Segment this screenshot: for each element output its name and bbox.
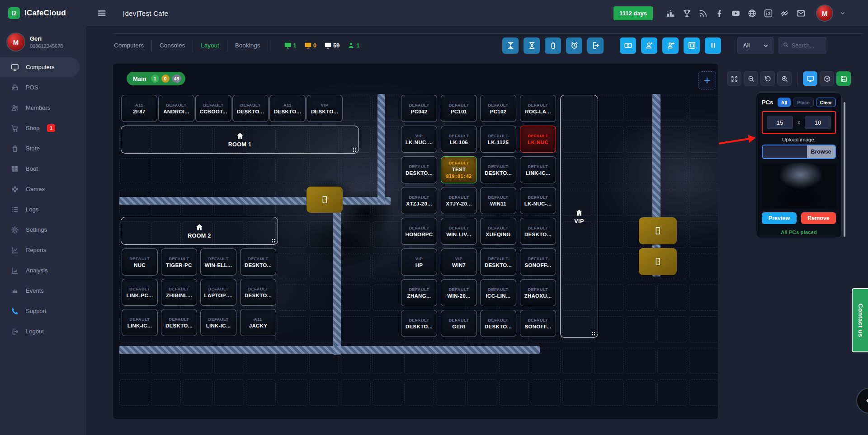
door-object[interactable] xyxy=(639,248,677,275)
cash-button[interactable] xyxy=(620,37,636,54)
computer-tile[interactable]: DEFAULTDESKTO... xyxy=(232,95,269,122)
computer-tile[interactable]: DEFAULTDESKTO... xyxy=(480,248,516,276)
zoom-out-button[interactable] xyxy=(744,71,758,86)
globe-icon[interactable] xyxy=(747,9,757,18)
computer-tile[interactable]: DEFAULTDESKTO... xyxy=(520,218,556,245)
door-object[interactable] xyxy=(639,217,677,244)
search-input[interactable] xyxy=(792,42,823,49)
user-avatar[interactable]: M xyxy=(817,5,832,21)
tab-layout[interactable]: Layout xyxy=(200,42,220,49)
room-vip[interactable]: VIP xyxy=(560,95,598,338)
computer-tile[interactable]: VIPLK-NUC-... xyxy=(401,126,437,153)
computer-tile[interactable]: DEFAULTDESKTO... xyxy=(480,310,516,337)
collapse-panel-button[interactable] xyxy=(856,388,868,414)
alarm-button[interactable] xyxy=(566,37,582,54)
computer-tile[interactable]: DEFAULTWIN11 xyxy=(480,187,516,214)
computer-tile[interactable]: A11DESKTO... xyxy=(269,95,306,122)
computer-tile[interactable]: DEFAULTDESKTO... xyxy=(401,156,437,183)
computer-tile[interactable]: DEFAULTHONORPC xyxy=(401,218,437,245)
preview-button[interactable]: Preview xyxy=(762,212,797,224)
cube-button[interactable] xyxy=(820,71,834,86)
computer-tile[interactable]: DEFAULTZHIBINL... xyxy=(161,279,197,306)
wall-segment[interactable] xyxy=(377,94,385,205)
resize-handle[interactable] xyxy=(592,332,596,336)
computer-tile[interactable]: DEFAULTZHANG... xyxy=(401,279,437,306)
pause-button[interactable] xyxy=(705,37,721,54)
computer-tile[interactable]: DEFAULTLK-1125 xyxy=(480,126,516,153)
wall-segment[interactable] xyxy=(119,197,391,205)
sidebar-item-computers[interactable]: Computers xyxy=(0,57,80,77)
computer-tile[interactable]: DEFAULTSONOFF... xyxy=(520,248,556,276)
computer-tile[interactable]: DEFAULTDESKTO... xyxy=(240,248,276,276)
computer-tile[interactable]: DEFAULTLK-106 xyxy=(441,126,477,153)
room-room-1[interactable]: ROOM 1 xyxy=(121,126,359,154)
computer-tile[interactable]: DEFAULTPC102 xyxy=(480,95,516,122)
pcs-clear-button[interactable]: Clear xyxy=(816,98,836,107)
computer-tile[interactable]: DEFAULTLINK-IC... xyxy=(122,309,158,336)
panel-scrollbar[interactable] xyxy=(844,102,845,237)
computer-tile[interactable]: DEFAULTLK-NUC xyxy=(520,126,556,153)
computer-tile[interactable]: DEFAULTLINK-IC... xyxy=(200,309,236,336)
computer-tile[interactable]: DEFAULTPC042 xyxy=(401,95,437,122)
grid-width-input[interactable] xyxy=(767,116,793,129)
computer-tile[interactable]: DEFAULTICC-LIN... xyxy=(480,279,516,306)
search-box[interactable] xyxy=(778,37,826,54)
pcs-all-button[interactable]: All xyxy=(778,98,791,107)
background-image-thumbnail[interactable] xyxy=(762,163,837,208)
computer-tile[interactable]: DEFAULTDESKTO... xyxy=(240,279,276,306)
computer-tile[interactable]: VIPWIN7 xyxy=(441,248,477,276)
computer-tile[interactable]: DEFAULTXTZJ-20... xyxy=(401,187,437,214)
file-path-input[interactable] xyxy=(763,145,807,158)
computer-tile[interactable]: DEFAULTDESKTO... xyxy=(480,156,516,183)
wall-segment[interactable] xyxy=(333,197,341,355)
sidebar-avatar[interactable]: M xyxy=(7,33,24,51)
sidebar-item-pos[interactable]: POS xyxy=(0,77,86,98)
trophy-icon[interactable] xyxy=(682,9,692,18)
image-box-button[interactable] xyxy=(684,37,700,54)
rss-icon[interactable] xyxy=(698,9,708,18)
sidebar-item-logs[interactable]: Logs xyxy=(0,199,86,220)
zoom-in-button[interactable] xyxy=(777,71,792,86)
sidebar-item-reports[interactable]: Reports xyxy=(0,240,86,260)
computer-tile[interactable]: DEFAULTLAPTOP-... xyxy=(200,279,236,306)
computer-tile[interactable]: DEFAULTANDROI... xyxy=(158,95,194,122)
battery-button[interactable] xyxy=(545,37,561,54)
youtube-icon[interactable] xyxy=(731,9,741,18)
computer-tile[interactable]: DEFAULTLK-NUC-... xyxy=(520,187,556,214)
computer-tile[interactable]: DEFAULTXTJY-20... xyxy=(441,187,477,214)
computer-tile[interactable]: DEFAULTCCBOOT... xyxy=(195,95,231,122)
contact-us-button[interactable]: Contact us xyxy=(852,288,868,352)
layout-group-pill[interactable]: Main 1049 xyxy=(127,72,185,85)
chevron-down-icon[interactable] xyxy=(839,9,846,17)
computer-tile[interactable]: DEFAULTNUC xyxy=(122,248,158,276)
door-object[interactable] xyxy=(307,187,343,213)
reset-button[interactable] xyxy=(760,71,775,86)
computer-tile[interactable]: DEFAULTWIN-20... xyxy=(441,279,477,306)
group-filter-select[interactable]: All xyxy=(737,37,774,54)
facebook-icon[interactable] xyxy=(715,9,724,18)
resize-handle[interactable] xyxy=(272,239,276,243)
room-room-2[interactable]: ROOM 2 xyxy=(121,217,278,245)
computer-tile[interactable]: DEFAULTWIN-LIV... xyxy=(441,218,477,245)
computer-tile[interactable]: DEFAULTDESKTO... xyxy=(401,310,437,337)
expand-button[interactable] xyxy=(727,71,741,86)
layout-canvas[interactable]: Main 1049 ROOM 1ROOM 2VIPA112F87DEFAULTA… xyxy=(113,64,718,419)
subscription-days-badge[interactable]: 1112 days xyxy=(613,6,653,20)
computer-tile[interactable]: DEFAULTPC101 xyxy=(441,95,477,122)
sidebar-item-support[interactable]: Support xyxy=(0,301,86,321)
computer-tile[interactable]: DEFAULTSONOFF... xyxy=(520,310,556,337)
computer-tile[interactable]: DEFAULTWIN-ELL... xyxy=(200,248,236,276)
swoosh-icon[interactable] xyxy=(780,9,789,18)
sidebar-item-settings[interactable]: Settings xyxy=(0,220,86,240)
checkout-button[interactable] xyxy=(587,37,604,54)
tab-consoles[interactable]: Consoles xyxy=(159,42,186,49)
sidebar-item-shop[interactable]: Shop1 xyxy=(0,118,86,138)
sidebar-item-boot[interactable]: Boot xyxy=(0,159,86,179)
computer-tile[interactable]: VIPHP xyxy=(401,248,437,276)
tab-bookings[interactable]: Bookings xyxy=(234,42,261,49)
sidebar-item-games[interactable]: Games xyxy=(0,179,86,199)
monitor-button[interactable] xyxy=(803,71,817,86)
computer-tile[interactable]: DEFAULTXUEQING xyxy=(480,218,516,245)
hamburger-menu-icon[interactable] xyxy=(97,8,107,18)
sidebar-item-store[interactable]: Store xyxy=(0,138,86,159)
